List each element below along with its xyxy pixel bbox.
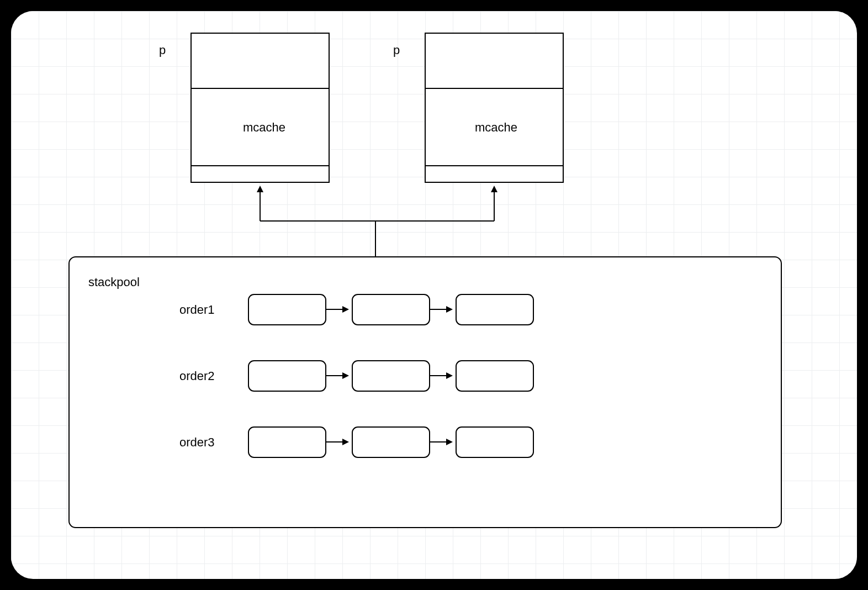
svg-rect-15 (248, 361, 326, 391)
svg-rect-12 (352, 294, 430, 325)
order2-label: order2 (179, 369, 215, 383)
svg-rect-22 (352, 427, 430, 457)
stackpool-title: stackpool (88, 275, 140, 289)
p-box-2 (425, 33, 563, 182)
order-row-3 (248, 427, 533, 457)
mcache-label-1: mcache (243, 120, 285, 135)
order-row-1 (248, 294, 533, 325)
order-row-2 (248, 361, 533, 391)
diagram-panel: p mcache p mcache stackpool order1 order… (11, 11, 857, 579)
order1-label: order1 (179, 303, 215, 317)
mcache-label-2: mcache (475, 120, 517, 135)
svg-rect-17 (352, 361, 430, 391)
order3-label: order3 (179, 435, 215, 450)
svg-rect-0 (191, 33, 329, 182)
connector-lines (260, 187, 494, 257)
diagram-svg (11, 11, 857, 579)
svg-rect-10 (248, 294, 326, 325)
svg-rect-3 (425, 33, 563, 182)
svg-rect-19 (456, 361, 533, 391)
p-label-2: p (393, 43, 400, 57)
svg-rect-14 (456, 294, 533, 325)
svg-rect-20 (248, 427, 326, 457)
svg-rect-24 (456, 427, 533, 457)
p-box-1 (191, 33, 329, 182)
p-label-1: p (159, 43, 166, 57)
